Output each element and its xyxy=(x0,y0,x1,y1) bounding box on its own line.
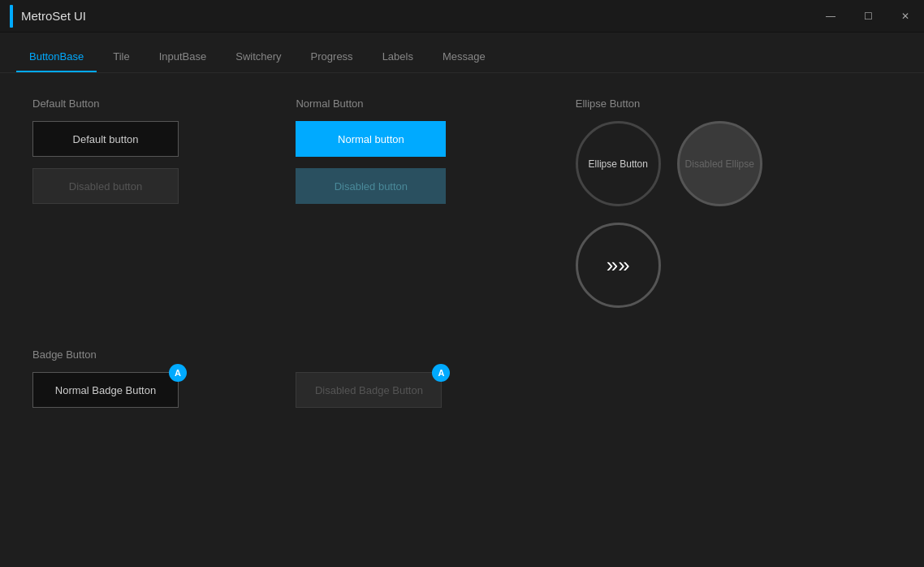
badge-row: Badge Button A Normal Badge Button Badge… xyxy=(24,348,900,431)
default-button-disabled: Disabled button xyxy=(32,168,179,204)
normal-button[interactable]: Normal button xyxy=(296,121,446,157)
double-chevron-icon: »» xyxy=(607,253,630,278)
titlebar-controls: — ☐ ✕ xyxy=(812,0,924,32)
normal-button-section: Normal Button Normal button Disabled but… xyxy=(296,97,559,324)
tab-buttonbase[interactable]: ButtonBase xyxy=(16,42,97,72)
tabbar: ButtonBase Tile InputBase Switchery Prog… xyxy=(0,32,924,73)
tab-progress[interactable]: Progress xyxy=(298,42,366,72)
badge-indicator-disabled: A xyxy=(432,364,450,382)
normal-badge-button[interactable]: Normal Badge Button xyxy=(32,372,179,408)
ellipse-button-section: Ellipse Button Ellipse Button Disabled E… xyxy=(559,97,892,324)
tab-labels[interactable]: Labels xyxy=(369,42,426,72)
close-button[interactable]: ✕ xyxy=(887,0,924,32)
ellipse-top-row: Ellipse Button Disabled Ellipse xyxy=(576,121,892,206)
badge-button-label: Badge Button xyxy=(32,348,296,361)
main-content: Default Button Default button Disabled b… xyxy=(0,73,924,455)
ellipse-button[interactable]: Ellipse Button xyxy=(576,121,661,206)
ellipse-arrow-button[interactable]: »» xyxy=(576,223,661,308)
disabled-badge-button-wrapper: A Disabled Badge Button xyxy=(296,372,442,408)
app-title: MetroSet UI xyxy=(21,9,86,23)
default-button-section: Default Button Default button Disabled b… xyxy=(32,97,296,324)
default-button-label: Default Button xyxy=(32,97,296,110)
ellipse-bottom-row: »» xyxy=(576,223,892,308)
badge-ellipse-spacer xyxy=(559,348,892,431)
titlebar: MetroSet UI — ☐ ✕ xyxy=(0,0,924,32)
ellipse-button-label: Ellipse Button xyxy=(576,97,892,110)
badge-button-section: Badge Button A Normal Badge Button xyxy=(32,348,296,431)
normal-button-disabled: Disabled button xyxy=(296,168,446,204)
default-button[interactable]: Default button xyxy=(32,121,179,157)
minimize-button[interactable]: — xyxy=(812,0,849,32)
badge-indicator-normal: A xyxy=(169,364,187,382)
normal-button-label: Normal Button xyxy=(296,97,559,110)
button-row: Default Button Default button Disabled b… xyxy=(24,97,900,324)
tab-inputbase[interactable]: InputBase xyxy=(146,42,220,72)
titlebar-accent xyxy=(10,5,13,28)
tab-switchery[interactable]: Switchery xyxy=(222,42,294,72)
badge-button-disabled-section: Badge Button A Disabled Badge Button xyxy=(296,348,559,431)
tab-tile[interactable]: Tile xyxy=(100,42,142,72)
disabled-badge-button: Disabled Badge Button xyxy=(296,372,442,408)
maximize-button[interactable]: ☐ xyxy=(849,0,887,32)
ellipse-button-disabled: Disabled Ellipse xyxy=(677,121,762,206)
tab-message[interactable]: Message xyxy=(430,42,499,72)
normal-badge-button-wrapper: A Normal Badge Button xyxy=(32,372,179,419)
